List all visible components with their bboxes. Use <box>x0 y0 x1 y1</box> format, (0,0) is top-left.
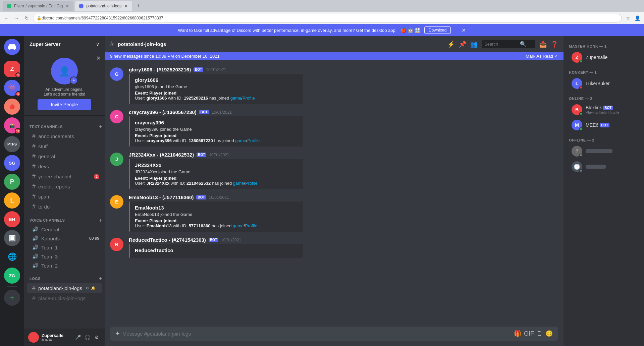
logs-category[interactable]: LOGS + <box>24 270 105 283</box>
embed-profile-link-4[interactable]: Profile <box>245 223 257 228</box>
member-mee6[interactable]: M MEE6 BOT <box>566 118 641 132</box>
gift-icon[interactable]: 🎁 <box>514 330 521 337</box>
add-voice-channel-button[interactable]: + <box>99 217 102 223</box>
voice-channel-general[interactable]: 🔊 General <box>27 225 102 234</box>
tab-discord[interactable]: potatoland-join-logs ✕ <box>75 1 132 11</box>
voice-channel-team2[interactable]: 🔊 Team 2 <box>27 261 102 270</box>
help-icon[interactable]: ❓ <box>551 41 558 48</box>
forward-button[interactable]: → <box>13 14 21 22</box>
embed-event-1: Event: Player joined <box>135 91 299 96</box>
status-dot-bloxlink <box>579 112 583 115</box>
footer-avatar <box>28 332 39 343</box>
channel-stuff[interactable]: # stuff <box>27 141 102 151</box>
mark-as-read-button[interactable]: Mark As Read ✓ <box>526 54 558 59</box>
server-icon-4[interactable]: 📸 12 <box>4 117 20 133</box>
voice-channel-team1[interactable]: 🔊 Team 1 <box>27 243 102 252</box>
embed-profile-link-3[interactable]: Profile <box>245 181 258 186</box>
header-actions: ⚡ 📌 👥 🔍 📥 ❓ <box>447 40 558 48</box>
profile-button[interactable]: 👤 <box>633 14 641 22</box>
pin-icon[interactable]: 📌 <box>459 41 466 48</box>
server-icon-zg[interactable]: ZG <box>4 268 20 284</box>
profile-close-button[interactable]: ✕ <box>96 55 101 61</box>
chat-input[interactable] <box>122 327 511 340</box>
bot-badge-2: BOT <box>199 110 209 114</box>
channel-todo[interactable]: # to-do <box>27 202 102 212</box>
embed-game-link-3[interactable]: game <box>233 181 244 186</box>
server-icon-2[interactable]: 👾 1 <box>4 80 20 96</box>
chat-plus-button[interactable]: + <box>115 327 120 341</box>
invite-people-button[interactable]: Invite People <box>38 99 91 110</box>
bot-badge-4: BOT <box>196 195 206 199</box>
search-box[interactable]: 🔍 <box>482 40 535 48</box>
channel-potatoland-join-logs[interactable]: # potatoland-join-logs ⚙ 🔔 <box>27 283 102 293</box>
server-icon-sg[interactable]: SG <box>4 155 20 171</box>
member-offline-1[interactable]: ? <box>566 144 641 159</box>
tab-fiverr[interactable]: Fiverr / zupersale / Edit Gig ✕ <box>3 1 73 11</box>
embed-game-link-2[interactable]: game <box>235 138 246 143</box>
member-lukerbuker[interactable]: L LukerBuker <box>566 76 641 91</box>
emoji-icon[interactable]: 😊 <box>545 330 553 337</box>
tab-fiverr-close[interactable]: ✕ <box>65 3 69 9</box>
channel-spam[interactable]: # spam <box>27 192 102 201</box>
member-zupersaile[interactable]: Z Zupersaile <box>566 50 641 65</box>
text-channels-category[interactable]: TEXT CHANNELS + <box>24 118 105 131</box>
messages-area[interactable]: G glory1606 - (#1925203216) BOT 10/01/20… <box>105 60 564 327</box>
embed-game-link-4[interactable]: game <box>233 223 244 228</box>
add-text-channel-button[interactable]: + <box>99 124 102 130</box>
channel-settings-icon[interactable]: ⚙ <box>86 286 89 290</box>
hash-icon: # <box>32 295 36 302</box>
server-header[interactable]: Zuper Server ∨ <box>24 36 105 52</box>
mic-icon[interactable]: 🎤 <box>74 333 82 341</box>
embed-game-link-1[interactable]: game <box>230 96 241 101</box>
voice-channels-category[interactable]: VOICE CHANNELS + <box>24 212 105 225</box>
chat-actions: 🎁 GIF 🗒 😊 <box>514 330 553 337</box>
sticker-icon[interactable]: 🗒 <box>537 330 543 337</box>
back-button[interactable]: ← <box>3 14 11 22</box>
profile-tagline-sub: Let's add some friends! <box>44 92 85 97</box>
member-bloxlink[interactable]: B Bloxlink BOT Playing !help | !invite <box>566 102 641 117</box>
voice-channel-kahoots[interactable]: 🔊 Kahoots 00 99 <box>27 234 102 243</box>
banner-close-button[interactable]: ✕ <box>462 27 466 34</box>
channel-devs[interactable]: # devs <box>27 162 102 171</box>
headset-icon[interactable]: 🎧 <box>83 333 91 341</box>
address-bar[interactable]: 🔒 discord.com/channels/69947722280481592… <box>33 14 622 22</box>
channel-general[interactable]: # general <box>27 152 102 161</box>
add-server-button[interactable]: + <box>4 290 20 306</box>
add-logs-channel-button[interactable]: + <box>99 276 102 282</box>
message-header-5: ReducedTactico - (#2741542303) BOT 10/01… <box>129 237 558 243</box>
server-icon-p[interactable]: P <box>4 174 20 190</box>
bookmark-button[interactable]: ☆ <box>624 14 632 22</box>
gif-icon[interactable]: GIF <box>524 330 534 337</box>
server-icon-home[interactable] <box>4 39 20 55</box>
message-group-4: E EmaNoob13 - (#577116360) BOT 10/01/202… <box>105 193 564 233</box>
embed-profile-link-1[interactable]: Profile <box>243 96 255 101</box>
member-offline-2[interactable]: 🕐 <box>566 159 641 174</box>
embed-title-3: JR2324Xxx <box>135 162 299 168</box>
channel-announcements[interactable]: # announcements <box>27 131 102 141</box>
channel-yeeee[interactable]: # yeeee-channel 1 <box>27 172 102 181</box>
server-icon-zuper[interactable]: Z 1 <box>4 61 20 77</box>
server-icon-3[interactable]: 🔴 <box>4 99 20 115</box>
server-icon-square[interactable]: ▣ <box>4 230 20 246</box>
new-tab-button[interactable]: + <box>133 1 143 11</box>
tab-discord-close[interactable]: ✕ <box>124 3 128 9</box>
threads-icon[interactable]: ⚡ <box>447 41 455 48</box>
inbox-icon[interactable]: 📥 <box>539 41 547 48</box>
embed-profile-link-2[interactable]: Profile <box>247 138 260 143</box>
server-icon-avatar[interactable]: 🌐 <box>4 249 20 265</box>
avatar-edit-button[interactable]: + <box>70 76 78 84</box>
server-divider-2 <box>7 286 17 287</box>
server-icon-eh[interactable]: EH <box>4 211 20 227</box>
reload-button[interactable]: ↻ <box>23 14 31 22</box>
members-icon[interactable]: 👥 <box>470 41 478 48</box>
banner-download-button[interactable]: Download <box>424 26 451 34</box>
settings-icon[interactable]: ⚙ <box>93 333 101 341</box>
voice-channel-team3[interactable]: 🔊 Team 3 <box>27 252 102 261</box>
channel-place-ducks[interactable]: # place-ducks-join-logs <box>27 293 102 303</box>
channel-exploit-reports[interactable]: # exploit-reports <box>27 182 102 191</box>
server-icon-ptfs[interactable]: PTFS <box>4 136 20 152</box>
embed-event-2: Event: Player joined <box>135 133 299 138</box>
message-group-1: G glory1606 - (#1925203216) BOT 10/01/20… <box>105 65 564 105</box>
search-input[interactable] <box>484 42 518 47</box>
server-icon-l[interactable]: L <box>4 192 20 209</box>
